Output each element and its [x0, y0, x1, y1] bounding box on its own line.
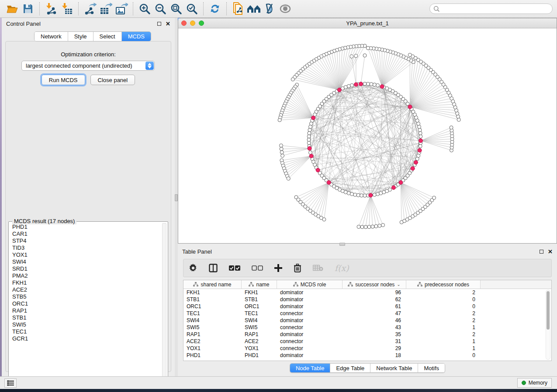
task-history-button[interactable]	[4, 378, 17, 388]
mcds-result-item[interactable]: FKH1	[10, 279, 162, 286]
network-graph[interactable]	[178, 28, 557, 243]
column-header-MCDS-role[interactable]: MCDS role	[277, 280, 343, 289]
mcds-result-item[interactable]: TID3	[10, 244, 162, 251]
tab-network[interactable]: Network	[35, 32, 68, 41]
column-header-predecessor-nodes[interactable]: predecessor nodes	[406, 280, 481, 289]
column-header-successor-nodes[interactable]: successor nodes⌄	[343, 280, 406, 289]
vertical-splitter[interactable]	[175, 18, 178, 376]
table-row[interactable]: PHD1PHD1dominator180	[183, 352, 551, 359]
hide-selected-button[interactable]	[262, 1, 277, 16]
mcds-result-item[interactable]: CAR1	[10, 230, 162, 237]
memory-button[interactable]: Memory	[517, 378, 552, 388]
run-mcds-button[interactable]: Run MCDS	[42, 75, 85, 85]
mcds-result-item[interactable]: STP4	[10, 237, 162, 244]
cell-predecessor-nodes: 2	[406, 317, 481, 323]
table-row[interactable]: RAP1RAP1dominator352	[183, 331, 551, 338]
mcds-result-item[interactable]: RAP1	[10, 307, 162, 314]
mcds-result-item[interactable]: YOX1	[10, 251, 162, 258]
table-row[interactable]: ORC1ORC1dominator610	[183, 303, 551, 310]
mcds-result-list[interactable]: PHD1CAR1STP4TID3YOX1SWI4SRD1PMA2FKH1ACE2…	[10, 224, 162, 382]
open-file-button[interactable]	[4, 1, 20, 16]
network-canvas[interactable]	[178, 28, 557, 243]
new-column-button[interactable]	[274, 264, 282, 272]
tab-edge-table[interactable]: Edge Table	[330, 364, 370, 372]
save-session-button[interactable]	[20, 1, 36, 16]
tab-node-table[interactable]: Node Table	[290, 364, 331, 372]
import-network-button[interactable]	[43, 1, 59, 16]
table-row[interactable]: YOX1YOX1connector291	[183, 345, 551, 352]
table-options-button[interactable]	[189, 264, 197, 272]
cell-MCDS-role: connector	[277, 324, 343, 330]
mcds-result-item[interactable]: SWI5	[10, 321, 162, 328]
mcds-result-item[interactable]: PHD1	[10, 224, 162, 230]
network-titlebar[interactable]: YPA_prune.txt_1	[178, 18, 557, 28]
mcds-result-item[interactable]: SWI4	[10, 258, 162, 265]
cell-predecessor-nodes: 0	[406, 296, 481, 303]
table-row[interactable]: ACE2ACE2connector311	[183, 338, 551, 345]
tab-style[interactable]: Style	[68, 32, 93, 41]
mcds-result-item[interactable]: ORC1	[10, 300, 162, 307]
cell-predecessor-nodes: 1	[406, 338, 481, 344]
show-all-button[interactable]	[277, 1, 293, 16]
cell-successor-nodes: 47	[343, 310, 406, 316]
close-panel-icon[interactable]: ✕	[166, 22, 170, 26]
table-row[interactable]: STB1STB1dominator620	[183, 296, 551, 303]
float-panel-icon[interactable]	[157, 22, 161, 26]
tab-network-table[interactable]: Network Table	[370, 364, 418, 372]
cell-MCDS-role: dominator	[277, 303, 343, 309]
import-table-icon	[61, 3, 73, 15]
function-builder-button[interactable]: f(x)	[335, 263, 349, 273]
cell-name: ACE2	[242, 338, 277, 344]
table-row[interactable]: SWI4SWI4dominator462	[183, 317, 551, 324]
tab-mcds[interactable]: MCDS	[122, 32, 151, 41]
float-table-panel-icon[interactable]	[540, 250, 543, 254]
export-image-button[interactable]	[114, 1, 129, 16]
cell-MCDS-role: dominator	[277, 296, 343, 303]
export-table-icon	[99, 3, 112, 15]
tab-select[interactable]: Select	[93, 32, 122, 41]
refresh-view-button[interactable]	[207, 1, 223, 16]
criterion-dropdown[interactable]: largest connected component (undirected)	[21, 61, 155, 71]
column-header-shared-name[interactable]: shared name	[183, 280, 242, 289]
table-row[interactable]: TEC1TEC1connector472	[183, 310, 551, 317]
first-neighbors-button[interactable]	[246, 1, 262, 16]
control-panel-tabs: NetworkStyleSelectMCDS	[34, 31, 151, 41]
export-table-button[interactable]	[98, 1, 114, 16]
delete-table-button[interactable]	[313, 265, 323, 272]
table-scrollbar[interactable]	[546, 290, 550, 360]
mcds-list-scrollbar[interactable]	[162, 223, 166, 382]
import-table-button[interactable]	[59, 1, 75, 16]
network-from-selection-icon	[232, 2, 244, 15]
new-network-from-selection-button[interactable]	[230, 1, 246, 16]
close-panel-button[interactable]: Close panel	[90, 75, 135, 85]
table-row[interactable]: FKH1FKH1dominator962	[183, 289, 551, 296]
cell-shared-name: ACE2	[183, 338, 242, 344]
close-table-panel-icon[interactable]: ✕	[548, 250, 553, 254]
search-input[interactable]	[442, 6, 549, 12]
mcds-result-item[interactable]: STB5	[10, 293, 162, 300]
delete-columns-button[interactable]	[294, 264, 301, 272]
tab-motifs[interactable]: Motifs	[418, 364, 445, 372]
zoom-out-button[interactable]	[152, 1, 168, 16]
select-all-button[interactable]	[229, 265, 240, 271]
table-row[interactable]: SWI5SWI5connector431	[183, 324, 551, 331]
mcds-result-item[interactable]: GCR1	[10, 335, 162, 342]
zoom-in-button[interactable]	[137, 1, 152, 16]
column-header-name[interactable]: name	[242, 280, 277, 289]
table-scrollbar-thumb[interactable]	[547, 291, 550, 330]
mcds-result-item[interactable]: ACE2	[10, 286, 162, 293]
zoom-out-icon	[154, 3, 166, 15]
export-network-button[interactable]	[82, 1, 98, 16]
mcds-result-item[interactable]: STB1	[10, 314, 162, 321]
zoom-selected-button[interactable]	[184, 1, 200, 16]
vertical-splitter-grip[interactable]	[175, 194, 178, 201]
mcds-result-item[interactable]: PMA2	[10, 272, 162, 279]
mcds-result-item[interactable]: TEC1	[10, 328, 162, 335]
zoom-fit-button[interactable]	[168, 1, 184, 16]
show-columns-button[interactable]	[209, 264, 218, 272]
table-panel-title: Table Panel	[182, 248, 212, 255]
mcds-panel: Optimization criterion: largest connecte…	[5, 41, 171, 372]
mcds-result-item[interactable]: SRD1	[10, 265, 162, 272]
unselect-all-button[interactable]	[252, 265, 263, 271]
horizontal-splitter-grip[interactable]	[339, 243, 345, 246]
